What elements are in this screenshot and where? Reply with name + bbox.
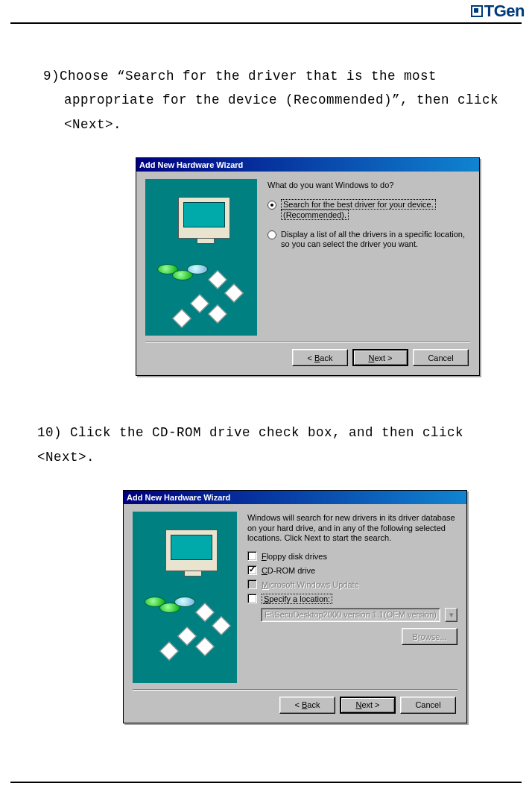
checkbox-msupdate-label: Microsoft Windows Update	[262, 580, 359, 589]
checkbox-icon	[247, 551, 257, 561]
dialog1-title: Add New Hardware Wizard	[139, 160, 243, 169]
chip-icon	[177, 626, 196, 645]
dialog2-intro: Windows will search for new drivers in i…	[247, 513, 457, 544]
radio-icon	[267, 230, 276, 239]
dialog1-titlebar: Add New Hardware Wizard	[136, 158, 479, 172]
dialog2-title: Add New Hardware Wizard	[127, 493, 230, 502]
dialog1-opt1-line2: (Recommended).	[281, 210, 349, 220]
step-10-text: 10) Click the CD-ROM drive check box, an…	[21, 421, 511, 469]
checkbox-floppy[interactable]: Floppy disk drives	[247, 551, 457, 561]
page-bottom-rule	[10, 782, 522, 783]
monitor-icon	[178, 197, 230, 239]
cancel-button[interactable]: Cancel	[400, 697, 456, 714]
location-path-input: E:\SecuDesktop2000 version 1.1(OEM versi…	[261, 608, 440, 622]
chip-icon	[208, 270, 227, 289]
radio-icon	[267, 201, 276, 210]
wizard-dialog-1: Add New Hardware Wizard	[136, 157, 480, 376]
chip-icon	[208, 304, 227, 323]
dialog2-illustration	[133, 512, 237, 683]
checkbox-icon	[247, 594, 257, 603]
chip-icon	[159, 641, 178, 660]
brand-logo: TGen	[471, 1, 525, 21]
chip-icon	[190, 294, 209, 312]
next-button[interactable]: Next >	[340, 697, 396, 714]
checkbox-icon	[247, 579, 257, 589]
checkbox-specify-label: Specify a location:	[262, 594, 332, 603]
chip-icon	[212, 616, 230, 635]
back-button[interactable]: < Back	[292, 349, 348, 366]
chip-icon	[195, 637, 214, 656]
back-button[interactable]: < Back	[279, 697, 335, 714]
checkbox-cdrom[interactable]: CD-ROM drive	[247, 565, 457, 575]
checkbox-cdrom-label: CD-ROM drive	[262, 566, 315, 575]
dropdown-button: ▾	[445, 608, 457, 622]
radio-option-display-list[interactable]: Display a list of all the drivers in a s…	[267, 230, 470, 251]
dialog2-separator	[133, 689, 457, 691]
checkbox-floppy-label: Floppy disk drives	[262, 552, 327, 561]
brand-logo-text: TGen	[484, 1, 525, 21]
wizard-dialog-2: Add New Hardware Wizard	[123, 490, 467, 723]
brand-logo-icon	[471, 5, 483, 17]
checkbox-specify-location[interactable]: Specify a location:	[247, 594, 457, 603]
dialog1-prompt: What do you want Windows to do?	[267, 180, 470, 189]
browse-button: Browse...	[402, 628, 457, 645]
checkbox-icon	[247, 565, 257, 575]
radio-label-recommended: Search for the best driver for your devi…	[281, 200, 436, 221]
monitor-icon	[165, 530, 218, 571]
chip-icon	[172, 309, 191, 327]
checkbox-msupdate: Microsoft Windows Update	[247, 579, 457, 589]
dialog2-titlebar: Add New Hardware Wizard	[124, 491, 466, 504]
chip-icon	[224, 283, 243, 302]
dialog1-separator	[145, 342, 470, 343]
disc-icon	[174, 597, 195, 607]
radio-option-recommended[interactable]: Search for the best driver for your devi…	[267, 200, 470, 221]
disc-icon	[187, 264, 208, 274]
next-button[interactable]: Next >	[352, 349, 408, 366]
chevron-down-icon: ▾	[449, 610, 454, 620]
dialog1-opt1-line1: Search for the best driver for your devi…	[281, 199, 436, 210]
chip-icon	[195, 603, 214, 621]
cancel-button[interactable]: Cancel	[413, 349, 469, 366]
page-top-rule	[10, 22, 522, 24]
dialog1-opt2-label: Display a list of all the drivers in a s…	[281, 230, 470, 251]
dialog1-illustration	[145, 179, 257, 336]
step-9-text: 9)Choose “Search for the driver that is …	[21, 64, 511, 136]
